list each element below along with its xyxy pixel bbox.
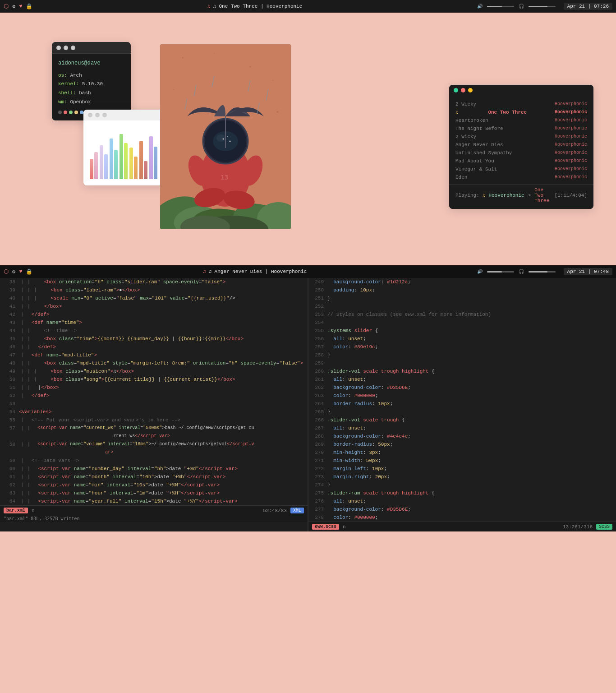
track-artist-nightbefore: Hooverphonic <box>555 126 587 131</box>
heart-icon-2[interactable]: ♥ <box>19 268 22 275</box>
css-num-266: 266 <box>310 416 324 424</box>
css-line-250: 250 padding: 10px; <box>308 286 616 294</box>
chart-window <box>83 110 171 185</box>
chart-dot-2 <box>95 113 100 117</box>
line-num-40: 40 <box>2 294 15 302</box>
code-line-62: 62 | | <script-var name="min" interval="… <box>0 481 308 489</box>
line-num-57: 57 <box>2 424 15 440</box>
topbar-2: ⬡ ⚙ ♥ 🔒 ♫ ♫ Anger Never Dies | Hooverpho… <box>0 265 616 278</box>
line-num-58: 58 <box>2 440 15 457</box>
css-line-259: 259 <box>308 359 616 367</box>
css-num-249: 249 <box>310 278 324 286</box>
cursor-pos-right: 13:261/316 <box>563 524 593 530</box>
bar-group-3 <box>110 139 118 179</box>
statusbar-right-right: 13:261/316 SCSS <box>563 524 612 530</box>
bar-1b <box>94 152 98 179</box>
lock-icon-2[interactable]: 🔒 <box>26 268 32 275</box>
heart-icon[interactable]: ♥ <box>19 3 22 9</box>
line-num-64: 64 <box>2 497 15 505</box>
palette-dot-4 <box>74 111 78 114</box>
brightness-slider[interactable] <box>529 6 556 7</box>
bar-5b <box>134 157 138 179</box>
code-line-53: 53 <box>0 400 308 408</box>
css-num-254: 254 <box>310 319 324 327</box>
css-num-278: 278 <box>310 513 324 522</box>
track-row-madabout: Mad About You Hooverphonic <box>449 157 593 165</box>
bar-2a <box>100 145 103 179</box>
music-note-footer: ♫ <box>483 193 486 198</box>
svg-point-1 <box>182 57 184 59</box>
music-footer: Playing: ♫ Hooverphonic > One Two Three … <box>449 184 593 205</box>
track-name-2wicky: 2 Wicky <box>455 102 476 107</box>
css-line-258: 258 } <box>308 351 616 359</box>
chart-dot-3 <box>102 113 107 117</box>
topbar2-left-icons: ⬡ ⚙ ♥ 🔒 <box>4 268 32 275</box>
track-row-eden: Eden Hooverphonic <box>449 173 593 181</box>
track-row-heartbroken: Heartbroken Hooverphonic <box>449 116 593 125</box>
bar-1a <box>90 159 93 179</box>
code-line-61: 61 | | <script-var name="month" interval… <box>0 473 308 481</box>
css-num-273: 273 <box>310 473 324 481</box>
fetch-os-val: Arch <box>70 73 82 78</box>
settings-icon[interactable]: ⚙ <box>12 3 15 10</box>
track-row-onetwothree: ♫ One Two Three Hooverphonic <box>449 108 593 116</box>
css-line-276: 276 all: unset; <box>308 497 616 505</box>
music-dot-yellow <box>468 88 473 92</box>
css-line-267: 267 all: unset; <box>308 424 616 432</box>
xml-file-tag: bar.xml <box>4 508 28 513</box>
track-row-2wicky: 2 Wicky Hooverphonic <box>449 100 593 108</box>
topbar-track-title: ♫ One Two Three | Hooverphonic <box>213 4 302 9</box>
css-line-278: 278 color: #000000; <box>308 513 616 522</box>
line-num-53: 53 <box>2 400 15 408</box>
track-name-heartbroken: Heartbroken <box>455 118 488 123</box>
bar-5a <box>129 148 133 179</box>
fetch-window: aidoneus@dave os: Arch kernel: 5.10.30 s… <box>52 42 131 120</box>
css-line-263: 263 color: #000000; <box>308 392 616 400</box>
line-num-45: 45 <box>2 335 15 343</box>
line-num-39: 39 <box>2 286 15 294</box>
css-num-261: 261 <box>310 375 324 383</box>
css-line-274: 274 } <box>308 481 616 489</box>
xml-filetype-tag: XML <box>290 508 304 513</box>
track-artist-vinegar: Hooverphonic <box>555 166 587 172</box>
css-line-277: 277 background-color: #D35D6E; <box>308 505 616 513</box>
line-num-59: 59 <box>2 457 15 465</box>
music-note-icon-2: ♫ <box>203 269 206 274</box>
volume-slider-2[interactable] <box>487 271 514 273</box>
code-line-60: 60 | | <script-var name="number_day" int… <box>0 465 308 473</box>
settings-icon-2[interactable]: ⚙ <box>12 268 15 275</box>
svg-point-4 <box>272 80 274 81</box>
css-num-276: 276 <box>310 497 324 505</box>
bar-3a <box>110 139 113 179</box>
svg-point-23 <box>223 139 224 140</box>
svg-point-5 <box>173 89 174 90</box>
svg-point-22 <box>216 134 225 142</box>
track-artist-onetwothree: Hooverphonic <box>555 110 587 115</box>
arch-icon[interactable]: ⬡ <box>4 3 9 10</box>
scss-file-tag: eww.scss <box>312 524 339 530</box>
arch-icon-2[interactable]: ⬡ <box>4 268 9 275</box>
line-num-44: 44 <box>2 327 15 335</box>
datetime-display: Apr 21 | 07:26 <box>564 3 612 10</box>
css-num-275: 275 <box>310 489 324 497</box>
bar-6b <box>144 161 147 179</box>
track-name-eden: Eden <box>455 175 467 180</box>
line-num-63: 63 <box>2 489 15 497</box>
line-num-38: 38 <box>2 278 15 286</box>
lock-icon[interactable]: 🔒 <box>26 3 32 10</box>
css-line-275: 275 .slider-ram scale trough highlight { <box>308 489 616 497</box>
track-artist-madabout: Hooverphonic <box>555 158 587 164</box>
brightness-slider-2[interactable] <box>529 271 556 273</box>
line-num-51: 51 <box>2 383 15 392</box>
code-line-59: 59 | <!--Date vars--> <box>0 457 308 465</box>
palette-dot-3 <box>69 111 73 114</box>
css-num-257: 257 <box>310 343 324 351</box>
fetch-username: aidoneus@dave <box>58 59 124 69</box>
volume-slider[interactable] <box>487 6 514 7</box>
css-num-262: 262 <box>310 383 324 392</box>
statusbar-left-content: bar.xml n <box>4 508 35 513</box>
track-row-nightbefore: The Night Before Hooverphonic <box>449 125 593 133</box>
css-line-271: 271 min-width: 50px; <box>308 457 616 465</box>
fetch-kernel-label: kernel: <box>58 81 79 87</box>
track-icon-active: ♫ <box>455 110 459 115</box>
